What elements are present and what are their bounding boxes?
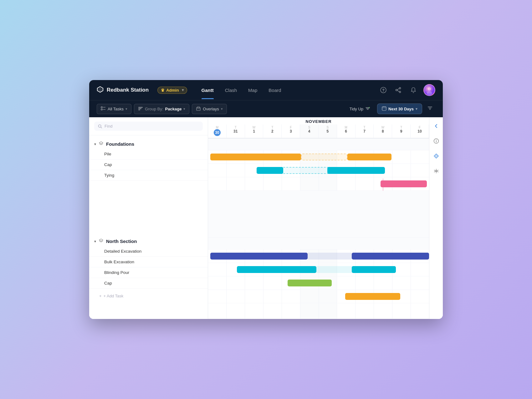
help-icon[interactable]: ? [378, 85, 388, 95]
filter-icon[interactable] [425, 104, 435, 114]
crown-icon: ♛ [161, 88, 165, 93]
overlays-button[interactable]: Overlays ▾ [192, 104, 227, 114]
pile-bar-solid[interactable] [210, 154, 301, 160]
svg-point-4 [399, 88, 401, 89]
svg-point-33 [436, 140, 437, 140]
group-foundations: ▾ Foundations Pile Cap Tying [89, 135, 208, 186]
admin-chevron-icon: ▾ [182, 88, 184, 92]
all-tasks-button[interactable]: All Tasks ▾ [97, 104, 131, 114]
right-sidebar [429, 117, 443, 319]
group-by-button[interactable]: Group By: Package ▾ [134, 104, 189, 114]
group-by-icon [138, 106, 143, 112]
bulk-excavation-bar-left[interactable] [237, 266, 316, 273]
gantt-tying-row [208, 177, 429, 191]
svg-point-6 [396, 89, 397, 91]
share-icon[interactable] [393, 85, 403, 95]
gantt-north-section-header-row [208, 238, 429, 250]
tidy-up-icon [365, 106, 370, 112]
task-tying[interactable]: Tying [89, 170, 208, 181]
cap-bar-cyan-left[interactable] [257, 167, 283, 174]
day-5: S 5 [319, 124, 337, 138]
foundations-layers-icon [99, 141, 104, 147]
tab-gantt[interactable]: Gantt [197, 81, 219, 99]
overlays-label: Overlays [203, 107, 219, 111]
day-7: T 7 [356, 124, 374, 138]
tab-map[interactable]: Map [243, 81, 262, 99]
blinding-pour-bar[interactable] [288, 280, 332, 286]
gantt-cap-north-row [208, 290, 429, 303]
pile-bar-solid-2[interactable] [347, 154, 391, 160]
group-north-section: ▾ North Section Detailed Excavation Bulk… [89, 233, 208, 303]
foundations-task-list: Pile Cap Tying [89, 149, 208, 183]
info-icon[interactable] [431, 136, 441, 146]
svg-rect-12 [101, 107, 102, 108]
gantt-pile-row [208, 150, 429, 164]
asterisk-icon[interactable] [431, 166, 441, 176]
task-cap-foundations[interactable]: Cap [89, 159, 208, 170]
all-tasks-label: All Tasks [108, 107, 124, 111]
gantt-rows [208, 139, 429, 319]
tab-board[interactable]: Board [263, 81, 286, 99]
detailed-excavation-bar-left[interactable] [210, 253, 308, 260]
svg-rect-20 [197, 107, 200, 109]
bell-icon[interactable] [408, 85, 418, 95]
next-30-days-button[interactable]: Next 30 Days ▾ [377, 104, 422, 114]
task-blinding-pour[interactable]: Blinding Pour [89, 267, 208, 278]
tidy-up-label: Tidy Up [350, 107, 363, 111]
task-bulk-excavation[interactable]: Bulk Excavation [89, 257, 208, 267]
foundations-spacer [89, 186, 208, 233]
cap-bar-cyan-right[interactable] [327, 167, 385, 174]
day-31: T 31 [227, 124, 245, 138]
nav-tabs: Gantt Clash Map Board [197, 81, 378, 99]
day-3: F 3 [282, 124, 300, 138]
logo-icon [97, 86, 104, 94]
tying-connector [383, 179, 383, 191]
day-2: T 2 [263, 124, 282, 138]
gantt-bulk-excavation-row [208, 263, 429, 276]
back-arrow-icon[interactable] [431, 121, 441, 131]
admin-badge[interactable]: ♛ Admin ▾ [157, 87, 187, 94]
header: Redbank Station ♛ Admin ▾ Gantt Clash Ma… [89, 80, 443, 100]
group-north-section-header[interactable]: ▾ North Section [89, 235, 208, 246]
day-1: W 1 [245, 124, 263, 138]
tab-clash[interactable]: Clash [220, 81, 242, 99]
gantt-foundations-header-row [208, 139, 429, 150]
cap-north-bar[interactable] [345, 293, 401, 300]
svg-line-8 [397, 90, 399, 92]
add-task-button[interactable]: + + Add Task [89, 291, 208, 301]
tying-bar-pink[interactable] [381, 180, 427, 187]
svg-rect-17 [138, 108, 141, 109]
foundations-title: Foundations [106, 141, 134, 147]
task-cap-north[interactable]: Cap [89, 278, 208, 289]
group-foundations-header[interactable]: ▾ Foundations [89, 138, 208, 149]
next-30-days-label: Next 30 Days [388, 107, 414, 111]
diamond-icon[interactable] [431, 151, 441, 161]
avatar[interactable] [423, 84, 435, 96]
toolbar: All Tasks ▾ Group By: Package ▾ [89, 100, 443, 117]
task-detailed-excavation[interactable]: Detailed Excavation [89, 246, 208, 257]
gantt-cap-foundations-row [208, 164, 429, 177]
task-pile[interactable]: Pile [89, 149, 208, 159]
day-8: W 8 [374, 124, 392, 138]
logo-area: Redbank Station [97, 86, 149, 94]
svg-point-21 [369, 107, 370, 108]
svg-text:?: ? [382, 88, 384, 93]
calendar-header: NOVEMBER M 30 T 31 W 1 T [208, 117, 429, 139]
svg-line-7 [397, 88, 399, 90]
detailed-excavation-bar-right[interactable] [352, 253, 429, 260]
search-input[interactable] [105, 124, 199, 129]
header-actions: ? [378, 84, 435, 96]
avatar-inner [424, 85, 435, 95]
svg-rect-18 [138, 109, 140, 110]
day-30: M 30 [208, 124, 227, 138]
day-4: S 4 [300, 124, 319, 138]
svg-point-11 [427, 91, 432, 95]
calendar-icon [382, 106, 386, 112]
group-by-label: Group By: [145, 107, 163, 111]
overlays-chevron-icon: ▾ [221, 107, 223, 111]
gantt-add-task-row [208, 303, 429, 319]
tidy-up-button[interactable]: Tidy Up [345, 104, 375, 114]
gantt-detailed-excavation-row [208, 250, 429, 263]
bulk-excavation-bar-right[interactable] [352, 266, 396, 273]
group-by-value: Package [165, 107, 182, 111]
